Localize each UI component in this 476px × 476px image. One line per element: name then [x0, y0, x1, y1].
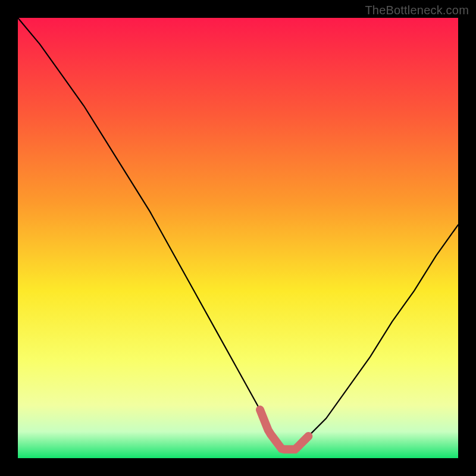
chart-svg — [0, 0, 476, 476]
watermark-text: TheBottleneck.com — [365, 4, 469, 17]
chart-container: TheBottleneck.com — [0, 0, 476, 476]
gradient-plot-area — [18, 18, 458, 458]
